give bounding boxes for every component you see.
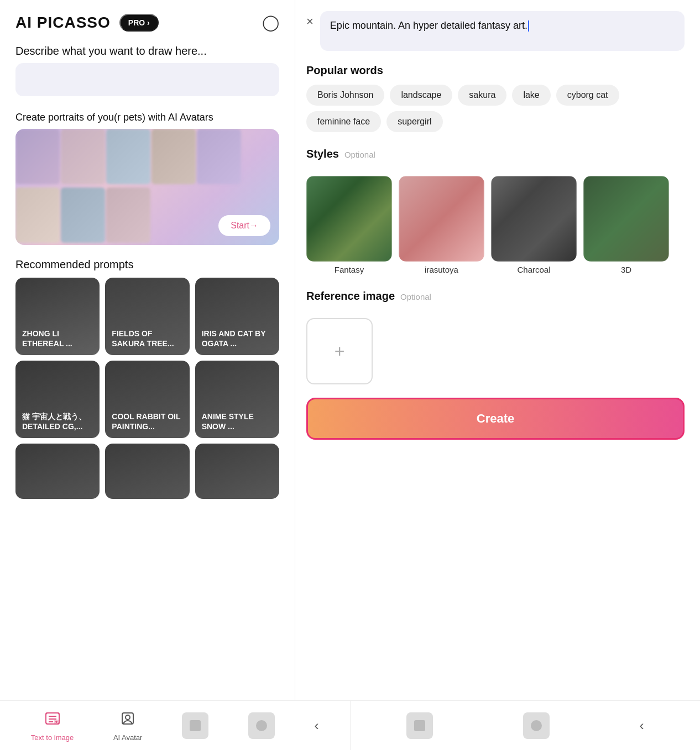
reference-header: Reference image Optional	[306, 290, 685, 310]
search-box[interactable]: Epic mountain. An hyper detailed fantasy…	[320, 11, 685, 51]
avatars-section: Create portraits of you(r pets) with AI …	[0, 107, 295, 252]
system-square-left[interactable]	[182, 712, 208, 739]
reference-optional: Optional	[400, 292, 431, 301]
style-item-fantasy[interactable]: Fantasy	[306, 176, 392, 274]
avatars-label: Create portraits of you(r pets) with AI …	[15, 112, 279, 123]
style-thumb-charcoal[interactable]	[491, 176, 577, 262]
back-button-right[interactable]: ‹	[640, 718, 644, 733]
right-panel: × Epic mountain. An hyper detailed fanta…	[295, 0, 700, 700]
back-button-left[interactable]: ‹	[315, 718, 319, 733]
prompt-card[interactable]	[105, 444, 189, 499]
prompt-card[interactable]: 猫 宇宙人と戦う、DETAILED CG,...	[15, 361, 100, 438]
word-chip-feminine[interactable]: feminine face	[306, 111, 381, 132]
svg-point-9	[126, 715, 130, 720]
style-item-3d[interactable]: 3D	[583, 176, 669, 274]
popular-words: Boris Johnson landscape sakura lake cybo…	[306, 85, 685, 132]
ai-avatar-label: AI Avatar	[113, 733, 143, 742]
nav-item-ai-avatar[interactable]: AI Avatar	[113, 710, 143, 742]
text-to-image-icon	[44, 710, 61, 731]
header: AI PICASSO PRO › ◯	[0, 0, 295, 40]
prompt-card[interactable]: ANIME STYLE SNOW ...	[195, 361, 279, 438]
word-chip-sakura[interactable]: sakura	[458, 85, 506, 106]
search-text: Epic mountain. An hyper detailed fantasy…	[330, 20, 527, 31]
recommended-label: Recommended prompts	[15, 258, 279, 271]
word-chip-supergirl[interactable]: supergirl	[386, 111, 442, 132]
describe-label: Describe what you want to draw here...	[15, 45, 279, 58]
describe-section: Describe what you want to draw here...	[0, 40, 295, 107]
close-button[interactable]: ×	[306, 11, 314, 29]
reference-title: Reference image	[306, 290, 395, 303]
word-chip-cyborg[interactable]: cyborg cat	[556, 85, 619, 106]
style-thumb-3d[interactable]	[583, 176, 669, 262]
prompt-card[interactable]: COOL RABBIT OIL PAINTING...	[105, 361, 189, 438]
bottom-nav: Text to image AI Avatar ‹	[0, 700, 700, 750]
prompt-card[interactable]	[195, 444, 279, 499]
styles-title: Styles	[306, 148, 339, 160]
style-item-charcoal[interactable]: Charcoal	[491, 176, 577, 274]
style-thumb-irasutoya[interactable]	[399, 176, 484, 262]
system-square2-right[interactable]	[523, 712, 550, 739]
ai-avatar-icon	[119, 710, 137, 731]
prompts-grid: ZHONG LI ETHEREAL ... FIELDS OF SAKURA T…	[15, 278, 279, 499]
style-thumb-fantasy[interactable]	[306, 176, 392, 262]
user-icon[interactable]: ◯	[262, 13, 279, 32]
prompt-text: COOL RABBIT OIL PAINTING...	[112, 412, 182, 431]
bottom-nav-left: Text to image AI Avatar ‹	[0, 701, 351, 750]
search-row: × Epic mountain. An hyper detailed fanta…	[306, 11, 685, 51]
pro-badge[interactable]: PRO ›	[119, 14, 159, 32]
prompt-text: ANIME STYLE SNOW ...	[202, 412, 273, 431]
prompt-card[interactable]: FIELDS OF SAKURA TREE...	[105, 278, 189, 355]
add-reference-icon: +	[335, 341, 345, 362]
create-button[interactable]: Create	[306, 398, 685, 440]
style-item-irasutoya[interactable]: irasutoya	[399, 176, 484, 274]
reference-upload[interactable]: +	[306, 318, 373, 384]
style-label-irasutoya: irasutoya	[425, 265, 458, 274]
style-label-charcoal: Charcoal	[517, 265, 550, 274]
word-chip-lake[interactable]: lake	[512, 85, 550, 106]
prompt-text: ZHONG LI ETHEREAL ...	[22, 329, 93, 348]
popular-words-title: Popular words	[306, 64, 685, 77]
text-cursor	[528, 20, 529, 32]
prompt-card[interactable]: ZHONG LI ETHEREAL ...	[15, 278, 100, 355]
style-label-fantasy: Fantasy	[335, 265, 364, 274]
prompt-text: FIELDS OF SAKURA TREE...	[112, 329, 182, 348]
styles-grid: Fantasy irasutoya Charcoal 3D	[306, 176, 685, 274]
bottom-nav-right: ‹	[351, 701, 701, 750]
system-square-right[interactable]	[406, 712, 433, 739]
left-panel: AI PICASSO PRO › ◯ Describe what you wan…	[0, 0, 295, 700]
word-chip-boris[interactable]: Boris Johnson	[306, 85, 384, 106]
prompt-card[interactable]: IRIS AND CAT BY OGATA ...	[195, 278, 279, 355]
nav-item-text-to-image[interactable]: Text to image	[31, 710, 74, 742]
text-to-image-label: Text to image	[31, 733, 74, 742]
avatar-banner: Start→	[15, 129, 279, 245]
recommended-section: Recommended prompts ZHONG LI ETHEREAL ..…	[0, 252, 295, 700]
style-label-3d: 3D	[621, 265, 631, 274]
prompt-text: IRIS AND CAT BY OGATA ...	[202, 329, 273, 348]
app-title: AI PICASSO	[15, 14, 111, 32]
word-chip-landscape[interactable]: landscape	[390, 85, 452, 106]
styles-header: Styles Optional	[306, 148, 685, 168]
prompt-card[interactable]	[15, 444, 100, 499]
system-square2-left[interactable]	[248, 712, 275, 739]
styles-optional: Optional	[344, 150, 375, 159]
describe-input[interactable]	[15, 63, 279, 96]
start-button[interactable]: Start→	[218, 215, 270, 236]
prompt-text: 猫 宇宙人と戦う、DETAILED CG,...	[22, 412, 93, 431]
